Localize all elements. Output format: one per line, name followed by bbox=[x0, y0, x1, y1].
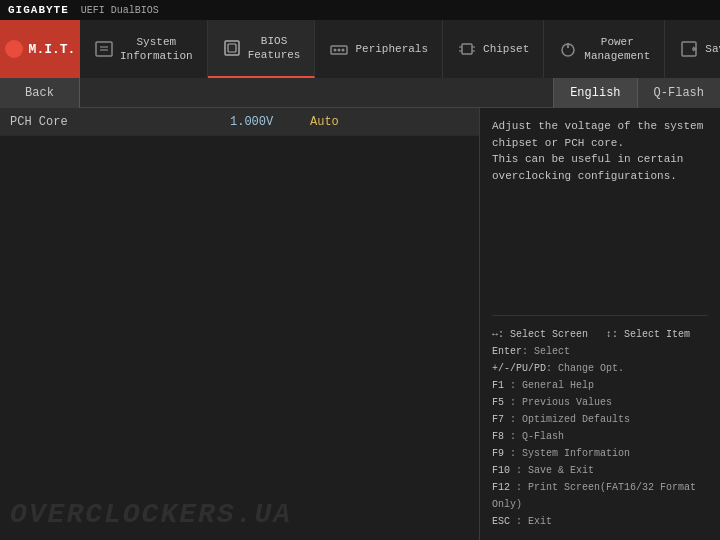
language-button[interactable]: English bbox=[553, 78, 636, 108]
chipset-icon bbox=[457, 39, 477, 59]
action-bar: Back English Q-Flash bbox=[0, 78, 720, 108]
svg-rect-3 bbox=[225, 41, 239, 55]
svg-point-7 bbox=[338, 49, 341, 52]
peripherals-icon bbox=[329, 39, 349, 59]
bios-features-icon bbox=[222, 38, 242, 58]
row-label: PCH Core bbox=[10, 115, 230, 129]
shortcut-esc: ESC : Exit bbox=[492, 513, 708, 530]
table-row[interactable]: PCH Core 1.000V Auto bbox=[0, 108, 479, 136]
shortcut-f9: F9 : System Information bbox=[492, 445, 708, 462]
top-bar: GIGABYTE UEFI DualBIOS bbox=[0, 0, 720, 20]
nav-label-peripherals: Peripherals bbox=[355, 42, 428, 56]
right-panel: Adjust the voltage of the system chipset… bbox=[480, 108, 720, 540]
back-button[interactable]: Back bbox=[0, 78, 80, 108]
mit-label: M.I.T. bbox=[29, 42, 76, 57]
nav-item-bios-features[interactable]: BIOSFeatures bbox=[208, 20, 316, 78]
system-info-icon bbox=[94, 39, 114, 59]
svg-rect-9 bbox=[462, 44, 472, 54]
shortcut-select-screen: ↔: Select Screen ↕: Select Item bbox=[492, 326, 708, 343]
nav-label-system-information: SystemInformation bbox=[120, 35, 193, 64]
qflash-button[interactable]: Q-Flash bbox=[637, 78, 720, 108]
svg-rect-0 bbox=[96, 42, 112, 56]
help-text: Adjust the voltage of the system chipset… bbox=[492, 118, 708, 184]
nav-label-chipset: Chipset bbox=[483, 42, 529, 56]
shortcut-f7: F7 : Optimized Defaults bbox=[492, 411, 708, 428]
save-exit-icon bbox=[679, 39, 699, 59]
svg-point-6 bbox=[334, 49, 337, 52]
main-content: PCH Core 1.000V Auto Adjust the voltage … bbox=[0, 108, 720, 540]
mit-dot bbox=[5, 40, 23, 58]
svg-point-8 bbox=[342, 49, 345, 52]
left-panel: PCH Core 1.000V Auto bbox=[0, 108, 480, 540]
row-value2: Auto bbox=[310, 115, 339, 129]
shortcut-f5: F5 : Previous Values bbox=[492, 394, 708, 411]
shortcut-list: ↔: Select Screen ↕: Select Item Enter: S… bbox=[492, 315, 708, 530]
uefi-label: UEFI DualBIOS bbox=[81, 5, 159, 16]
shortcut-enter: Enter: Select bbox=[492, 343, 708, 360]
nav-item-chipset[interactable]: Chipset bbox=[443, 20, 544, 78]
mit-tab[interactable]: M.I.T. bbox=[0, 20, 80, 78]
shortcut-f12: F12 : Print Screen(FAT16/32 Format Only) bbox=[492, 479, 708, 513]
nav-bar: M.I.T. SystemInformation BIOSFeatures Pe… bbox=[0, 20, 720, 78]
nav-item-system-information[interactable]: SystemInformation bbox=[80, 20, 208, 78]
svg-rect-4 bbox=[228, 44, 236, 52]
shortcut-change: +/-/PU/PD: Change Opt. bbox=[492, 360, 708, 377]
action-right: English Q-Flash bbox=[553, 78, 720, 107]
gigabyte-logo: GIGABYTE bbox=[8, 4, 69, 16]
shortcut-f1: F1 : General Help bbox=[492, 377, 708, 394]
row-value1: 1.000V bbox=[230, 115, 310, 129]
nav-label-save-exit: Save & Exit bbox=[705, 42, 720, 56]
shortcut-f10: F10 : Save & Exit bbox=[492, 462, 708, 479]
power-icon bbox=[558, 39, 578, 59]
nav-label-power-management: PowerManagement bbox=[584, 35, 650, 64]
nav-label-bios-features: BIOSFeatures bbox=[248, 34, 301, 63]
nav-item-save-exit[interactable]: Save & Exit bbox=[665, 20, 720, 78]
shortcut-f8: F8 : Q-Flash bbox=[492, 428, 708, 445]
nav-item-power-management[interactable]: PowerManagement bbox=[544, 20, 665, 78]
nav-item-peripherals[interactable]: Peripherals bbox=[315, 20, 443, 78]
